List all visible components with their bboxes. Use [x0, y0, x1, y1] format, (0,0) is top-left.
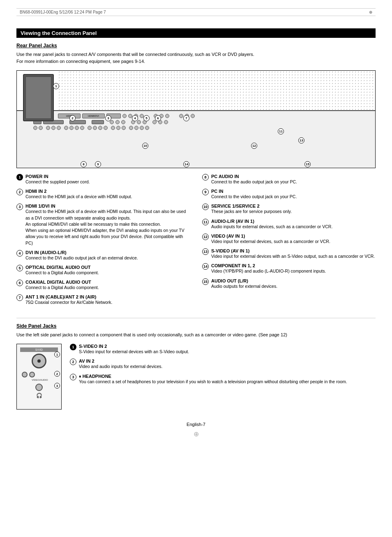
- diagram-num-15: 15: [304, 161, 311, 167]
- side-panel-layout: S/VID 1 VIDEO/AUDIO 2: [16, 344, 376, 410]
- diagram-num-4: 4: [132, 115, 138, 121]
- item-6-title: COAXIAL DIGITAL AUDIO OUT: [25, 280, 190, 285]
- item-13-title: S-VIDEO (AV IN 1): [211, 248, 376, 253]
- sp-item-num-3: 3: [70, 374, 76, 380]
- item-5-desc: Connect to a Digital Audio component.: [25, 270, 190, 276]
- item-10-desc: These jacks are for service purposes onl…: [211, 208, 376, 215]
- item-7: 7 ANT 1 IN (CABLE)/ANT 2 IN (AIR) 75Ω Co…: [16, 294, 190, 306]
- item-9-desc: Connect to the video output jack on your…: [211, 194, 376, 200]
- item-3: 3 HDMI 1/DVI IN Connect to the HDMI jack…: [16, 204, 190, 246]
- rear-panel-heading: Rear Panel Jacks: [16, 43, 57, 49]
- item-8: 8 PC AUDIO IN Connect to the audio outpu…: [202, 174, 376, 185]
- item-num-10: 10: [202, 204, 209, 210]
- item-8-title: PC AUDIO IN: [211, 174, 376, 179]
- rear-panel-items: 1 POWER IN Connect the supplied power co…: [16, 174, 376, 310]
- print-header: BN68-00991J-00Eng 5/12/06 12:24 PM Page …: [16, 8, 376, 16]
- sp-item-num-1: 1: [70, 344, 76, 350]
- item-11-title: AUDIO-L/R (AV IN 1): [211, 219, 376, 224]
- sp-item-3: 3 ♦ HEADPHONE You can connect a set of h…: [70, 374, 376, 385]
- item-num-4: 4: [16, 250, 23, 257]
- bottom-mark: ⊕: [16, 430, 376, 438]
- item-1-title: POWER IN: [25, 174, 190, 179]
- diagram-num-5: 5: [143, 115, 150, 121]
- left-column: 1 POWER IN Connect the supplied power co…: [16, 174, 190, 310]
- item-1-desc: Connect the supplied power cord.: [25, 179, 190, 185]
- item-6: 6 COAXIAL DIGITAL AUDIO OUT Connect to a…: [16, 280, 190, 291]
- print-mark: ⊕: [369, 10, 372, 14]
- item-15-title: AUDIO OUT (L/R): [211, 278, 376, 283]
- diagram-num-11: 11: [278, 128, 284, 134]
- item-3-desc: Connect to the HDMI jack of a device wit…: [25, 208, 190, 246]
- item-2-desc: Connect to the HDMI jack of a device wit…: [25, 194, 190, 200]
- item-num-6: 6: [16, 280, 23, 286]
- tv-body: [23, 74, 54, 121]
- item-15: 15 AUDIO OUT (L/R) Audio outputs for ext…: [202, 278, 376, 289]
- sp-item-2-desc: Video and audio inputs for external devi…: [79, 363, 376, 370]
- right-column: 8 PC AUDIO IN Connect to the audio outpu…: [202, 174, 376, 310]
- item-8-desc: Connect to the audio output jack on your…: [211, 179, 376, 185]
- rear-panel-diagram: 1 HDMI HDMI/DVI: [16, 70, 376, 168]
- item-3-title: HDMI 1/DVI IN: [25, 204, 190, 208]
- side-panel-desc: Use the left side panel jacks to connect…: [16, 331, 376, 338]
- item-12-title: VIDEO (AV IN 1): [211, 234, 376, 238]
- diagram-num-13: 13: [298, 137, 304, 144]
- diagram-num-12: 12: [251, 143, 257, 149]
- item-11-desc: Audio inputs for external devices, such …: [211, 224, 376, 230]
- item-num-11: 11: [202, 219, 209, 225]
- item-13: 13 S-VIDEO (AV IN 1) Video input for ext…: [202, 248, 376, 259]
- item-num-5: 5: [16, 265, 23, 271]
- side-panel-section: Side Panel Jacks Use the left side panel…: [16, 323, 376, 410]
- diagram-num-1: 1: [53, 83, 59, 89]
- page-number: English-7: [16, 418, 376, 427]
- item-1: 1 POWER IN Connect the supplied power co…: [16, 174, 190, 185]
- item-14-desc: Video (Y/PB/PR) and audio (L-AUDIO-R) co…: [211, 268, 376, 274]
- sp-item-2-title: AV IN 2: [79, 359, 376, 363]
- sp-num-2: 2: [54, 371, 60, 377]
- sp-item-3-desc: You can connect a set of headphones to y…: [79, 379, 376, 385]
- item-num-9: 9: [202, 189, 209, 195]
- item-7-title: ANT 1 IN (CABLE)/ANT 2 IN (AIR): [25, 294, 190, 299]
- item-4-desc: Connect to the DVI audio output jack of …: [25, 255, 190, 261]
- sp-item-2: 2 AV IN 2 Video and audio inputs for ext…: [70, 359, 376, 370]
- print-info: BN68-00991J-00Eng 5/12/06 12:24 PM Page …: [20, 10, 106, 14]
- item-num-2: 2: [16, 189, 23, 195]
- item-9-title: PC IN: [211, 189, 376, 194]
- item-12: 12 VIDEO (AV IN 1) Video input for exter…: [202, 234, 376, 245]
- sp-item-1-title: S-VIDEO IN 2: [79, 344, 376, 349]
- diagram-num-10: 10: [142, 143, 148, 149]
- side-panel-heading: Side Panel Jacks: [16, 323, 56, 329]
- rear-panel-desc: Use the rear panel jacks to connect A/V …: [16, 51, 376, 65]
- sp-item-1: 1 S-VIDEO IN 2 S-Video input for externa…: [70, 344, 376, 355]
- item-num-8: 8: [202, 174, 209, 181]
- sp-num-3: 3: [54, 383, 60, 389]
- section-title: Viewing the Connection Panel: [16, 28, 376, 38]
- item-9: 9 PC IN Connect to the video output jack…: [202, 189, 376, 200]
- item-2-title: HDMI IN 2: [25, 189, 190, 194]
- item-num-13: 13: [202, 248, 209, 255]
- sp-num-1: 1: [54, 352, 60, 357]
- diagram-num-9: 9: [95, 161, 101, 167]
- item-num-3: 3: [16, 204, 23, 210]
- item-10: 10 SERVICE 1/SERVICE 2 These jacks are f…: [202, 204, 376, 215]
- side-panel-items: 1 S-VIDEO IN 2 S-Video input for externa…: [70, 344, 376, 389]
- page-container: BN68-00991J-00Eng 5/12/06 12:24 PM Page …: [0, 0, 392, 537]
- item-num-1: 1: [16, 174, 23, 181]
- item-6-desc: Connect to a Digital Audio component.: [25, 285, 190, 291]
- item-11: 11 AUDIO-L/R (AV IN 1) Audio inputs for …: [202, 219, 376, 230]
- item-5-title: OPTICAL DIGITAL AUDIO OUT: [25, 265, 190, 270]
- sp-item-num-2: 2: [70, 359, 76, 365]
- item-13-desc: Video input for external devices with an…: [211, 253, 376, 259]
- sp-item-1-desc: S-Video input for external devices with …: [79, 349, 376, 355]
- item-12-desc: Video input for external devices, such a…: [211, 238, 376, 245]
- item-14-title: COMPONENT IN 1, 2: [211, 263, 376, 268]
- sp-item-3-title: ♦ HEADPHONE: [79, 374, 376, 379]
- diagram-num-14: 14: [183, 161, 189, 167]
- diagram-num-7: 7: [183, 115, 189, 121]
- item-5: 5 OPTICAL DIGITAL AUDIO OUT Connect to a…: [16, 265, 190, 276]
- item-15-desc: Audio outputs for external devices.: [211, 283, 376, 289]
- item-2: 2 HDMI IN 2 Connect to the HDMI jack of …: [16, 189, 190, 200]
- tv-body-inner: [25, 76, 51, 119]
- item-num-7: 7: [16, 294, 23, 301]
- section-divider: [16, 318, 376, 318]
- diagram-num-8: 8: [81, 161, 87, 167]
